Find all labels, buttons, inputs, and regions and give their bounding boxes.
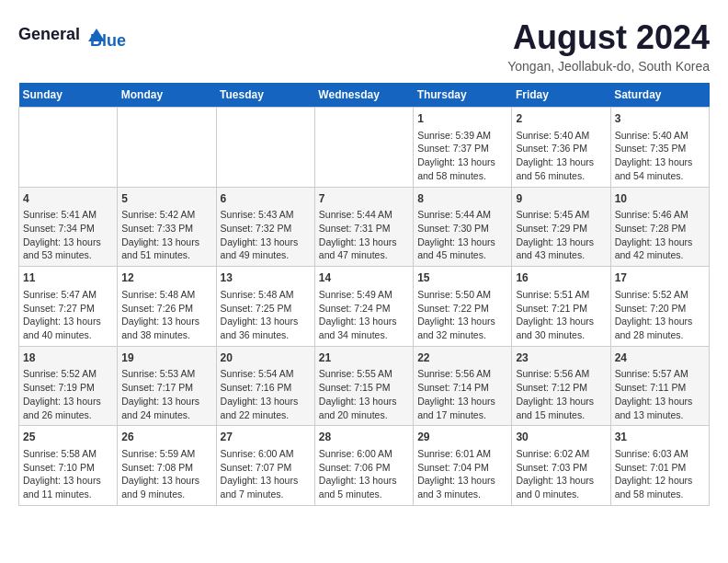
calendar-cell: 17Sunrise: 5:52 AMSunset: 7:20 PMDayligh…: [610, 267, 709, 347]
cell-content-line: and 13 minutes.: [615, 408, 705, 422]
cell-content-line: Daylight: 13 hours: [516, 155, 606, 169]
day-number: 17: [615, 270, 705, 286]
calendar-header: SundayMondayTuesdayWednesdayThursdayFrid…: [19, 83, 710, 108]
cell-content-line: Daylight: 12 hours: [615, 474, 705, 488]
calendar-cell: 24Sunrise: 5:57 AMSunset: 7:11 PMDayligh…: [610, 346, 709, 426]
calendar-cell: 5Sunrise: 5:42 AMSunset: 7:33 PMDaylight…: [118, 187, 216, 267]
cell-content-line: Sunset: 7:14 PM: [417, 381, 507, 395]
calendar-cell: 16Sunrise: 5:51 AMSunset: 7:21 PMDayligh…: [512, 267, 610, 347]
cell-content-line: and 28 minutes.: [615, 328, 705, 342]
cell-content-line: Sunrise: 5:54 AM: [221, 367, 311, 381]
cell-content-line: Sunrise: 6:01 AM: [417, 447, 507, 461]
cell-content-line: and 30 minutes.: [516, 328, 606, 342]
header-day-wednesday: Wednesday: [314, 83, 413, 108]
calendar-cell: 6Sunrise: 5:43 AMSunset: 7:32 PMDaylight…: [216, 187, 314, 267]
day-number: 13: [221, 270, 311, 286]
cell-content-line: Sunset: 7:16 PM: [221, 381, 311, 395]
calendar-cell: 8Sunrise: 5:44 AMSunset: 7:30 PMDaylight…: [414, 187, 512, 267]
cell-content-line: Daylight: 13 hours: [221, 236, 311, 249]
cell-content-line: Sunrise: 5:46 AM: [615, 208, 705, 222]
cell-content-line: Sunset: 7:34 PM: [23, 222, 113, 236]
cell-content-line: Sunrise: 5:53 AM: [121, 367, 211, 381]
cell-content-line: Sunset: 7:24 PM: [319, 302, 409, 316]
cell-content-line: Daylight: 13 hours: [23, 395, 113, 408]
cell-content-line: Sunrise: 5:40 AM: [516, 129, 606, 143]
cell-content-line: Sunrise: 5:41 AM: [23, 208, 113, 222]
cell-content-line: Daylight: 13 hours: [516, 474, 606, 488]
cell-content-line: Daylight: 13 hours: [319, 315, 409, 328]
day-number: 29: [417, 430, 507, 445]
cell-content-line: Sunset: 7:36 PM: [516, 142, 606, 155]
cell-content-line: Sunrise: 6:00 AM: [319, 447, 409, 461]
cell-content-line: Sunrise: 5:56 AM: [516, 367, 606, 381]
day-number: 16: [516, 270, 606, 286]
cell-content-line: Daylight: 13 hours: [221, 315, 311, 328]
day-number: 7: [319, 191, 409, 207]
header-day-tuesday: Tuesday: [216, 83, 314, 108]
calendar-cell: 26Sunrise: 5:59 AMSunset: 7:08 PMDayligh…: [118, 426, 216, 506]
cell-content-line: Daylight: 13 hours: [23, 474, 113, 488]
cell-content-line: Daylight: 13 hours: [615, 315, 705, 328]
calendar-cell: 1Sunrise: 5:39 AMSunset: 7:37 PMDaylight…: [414, 108, 512, 188]
cell-content-line: Daylight: 13 hours: [417, 395, 507, 408]
day-number: 15: [417, 270, 507, 286]
cell-content-line: Sunrise: 5:48 AM: [221, 288, 311, 302]
cell-content-line: Sunrise: 5:48 AM: [121, 288, 211, 302]
calendar-cell: 31Sunrise: 6:03 AMSunset: 7:01 PMDayligh…: [610, 426, 709, 506]
cell-content-line: Daylight: 13 hours: [23, 315, 113, 328]
calendar-cell: 28Sunrise: 6:00 AMSunset: 7:06 PMDayligh…: [314, 426, 413, 506]
cell-content-line: and 49 minutes.: [221, 248, 311, 262]
cell-content-line: Daylight: 13 hours: [23, 236, 113, 249]
cell-content-line: Sunset: 7:07 PM: [221, 461, 311, 475]
calendar-cell: 20Sunrise: 5:54 AMSunset: 7:16 PMDayligh…: [216, 346, 314, 426]
day-number: 25: [23, 430, 113, 445]
day-number: 8: [417, 191, 507, 207]
cell-content-line: Sunrise: 5:51 AM: [516, 288, 606, 302]
cell-content-line: and 26 minutes.: [23, 408, 113, 422]
cell-content-line: and 17 minutes.: [417, 408, 507, 422]
cell-content-line: Sunrise: 5:43 AM: [221, 208, 311, 222]
cell-content-line: Daylight: 13 hours: [121, 474, 211, 488]
cell-content-line: and 32 minutes.: [417, 328, 507, 342]
cell-content-line: Sunset: 7:01 PM: [615, 461, 705, 475]
cell-content-line: Sunrise: 5:50 AM: [417, 288, 507, 302]
cell-content-line: Daylight: 13 hours: [417, 315, 507, 328]
calendar-cell: 9Sunrise: 5:45 AMSunset: 7:29 PMDaylight…: [512, 187, 610, 267]
cell-content-line: and 58 minutes.: [417, 169, 507, 183]
cell-content-line: Sunrise: 5:44 AM: [417, 208, 507, 222]
header-day-monday: Monday: [118, 83, 216, 108]
title-block: August 2024 Yongan, Jeollabuk-do, South …: [507, 18, 710, 74]
day-number: 31: [615, 430, 705, 445]
header-day-saturday: Saturday: [610, 83, 709, 108]
week-row-1: 1Sunrise: 5:39 AMSunset: 7:37 PMDaylight…: [19, 108, 710, 188]
cell-content-line: Daylight: 13 hours: [615, 236, 705, 249]
cell-content-line: Sunset: 7:27 PM: [23, 302, 113, 316]
calendar-cell: [118, 108, 216, 188]
day-number: 1: [417, 111, 507, 127]
calendar-cell: 22Sunrise: 5:56 AMSunset: 7:14 PMDayligh…: [414, 346, 512, 426]
cell-content-line: Sunset: 7:30 PM: [417, 222, 507, 236]
calendar-cell: 13Sunrise: 5:48 AMSunset: 7:25 PMDayligh…: [216, 267, 314, 347]
month-title: August 2024: [507, 18, 710, 57]
cell-content-line: Daylight: 13 hours: [516, 395, 606, 408]
cell-content-line: Sunrise: 6:02 AM: [516, 447, 606, 461]
day-number: 30: [516, 430, 606, 445]
cell-content-line: Daylight: 13 hours: [319, 236, 409, 249]
cell-content-line: and 40 minutes.: [23, 328, 113, 342]
cell-content-line: Sunrise: 5:45 AM: [516, 208, 606, 222]
cell-content-line: Sunrise: 6:03 AM: [615, 447, 705, 461]
header-row: SundayMondayTuesdayWednesdayThursdayFrid…: [19, 83, 710, 108]
day-number: 9: [516, 191, 606, 207]
cell-content-line: Sunset: 7:20 PM: [615, 302, 705, 316]
calendar-cell: [314, 108, 413, 188]
cell-content-line: Sunrise: 5:52 AM: [615, 288, 705, 302]
cell-content-line: and 53 minutes.: [23, 248, 113, 262]
cell-content-line: Sunset: 7:35 PM: [615, 142, 705, 155]
page-header: General Blue August 2024 Yongan, Jeollab…: [18, 18, 710, 74]
day-number: 23: [516, 350, 606, 366]
cell-content-line: Sunset: 7:11 PM: [615, 381, 705, 395]
cell-content-line: Sunrise: 5:39 AM: [417, 129, 507, 143]
day-number: 21: [319, 350, 409, 366]
week-row-2: 4Sunrise: 5:41 AMSunset: 7:34 PMDaylight…: [19, 187, 710, 267]
day-number: 14: [319, 270, 409, 286]
